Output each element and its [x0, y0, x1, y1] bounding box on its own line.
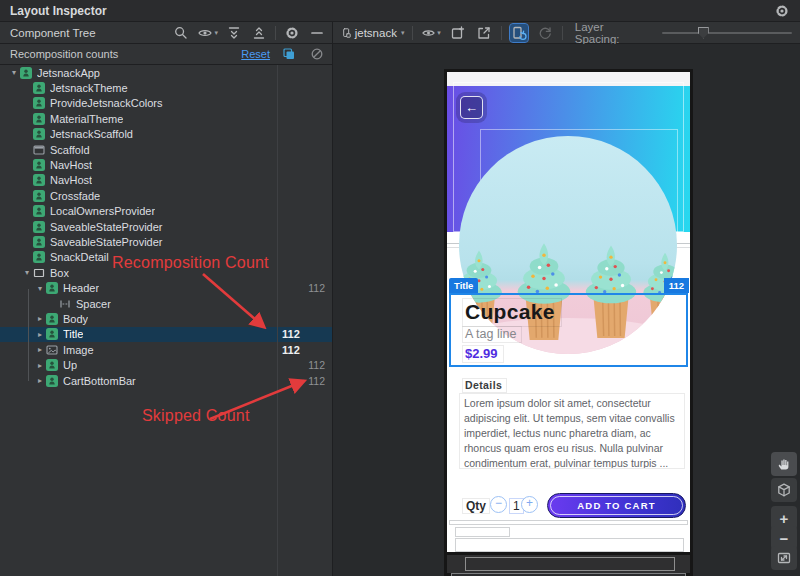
tree-node-box[interactable]: ▾Box: [0, 265, 332, 280]
tree-node-label: SnackDetail: [50, 251, 109, 263]
refresh-icon[interactable]: [536, 24, 554, 42]
tree-node-scaffold[interactable]: Scaffold: [0, 142, 332, 157]
tree-node-label: SaveableStateProvider: [50, 236, 163, 248]
tree-node-label: Box: [50, 267, 69, 279]
product-tagline: A tag line: [462, 326, 522, 343]
snapshot-icon[interactable]: [449, 24, 467, 42]
tree-node-up[interactable]: ▸Up112: [0, 357, 332, 372]
tree-node-label: MaterialTheme: [50, 113, 123, 125]
view-options-icon[interactable]: ▾: [421, 24, 441, 42]
qty-decrease-button[interactable]: −: [490, 496, 507, 513]
tree-node-saveablestateprovider[interactable]: SaveableStateProvider: [0, 234, 332, 249]
skipped-count: 112: [308, 359, 325, 371]
tree-node-label: Spacer: [76, 298, 111, 310]
add-to-cart-button[interactable]: ADD TO CART: [547, 493, 686, 518]
tree-node-materialtheme[interactable]: MaterialTheme: [0, 111, 332, 126]
chevron-right-icon[interactable]: ▸: [34, 361, 46, 370]
collapse-all-icon[interactable]: [250, 24, 268, 42]
chevron-down-icon: ▾: [401, 29, 405, 37]
image-icon: [46, 344, 59, 356]
tree-node-snackdetail[interactable]: SnackDetail: [0, 250, 332, 265]
recomposition-count: 112: [282, 344, 300, 356]
slider-handle[interactable]: [698, 27, 709, 39]
recomposition-counts-label: Recomposition counts: [10, 48, 118, 60]
chevron-down-icon[interactable]: ▾: [34, 284, 46, 293]
reset-counts-link[interactable]: Reset: [241, 48, 270, 60]
compose-icon: [33, 236, 46, 248]
chevron-down-icon[interactable]: ▾: [21, 268, 33, 277]
chevron-right-icon[interactable]: ▸: [34, 330, 46, 339]
back-button[interactable]: ←: [460, 96, 483, 119]
tree-node-navhost[interactable]: NavHost: [0, 173, 332, 188]
tree-node-providejetsnackcolors[interactable]: ProvideJetsnackColors: [0, 96, 332, 111]
slider-track[interactable]: [662, 32, 792, 34]
tree-node-saveablestateprovider[interactable]: SaveableStateProvider: [0, 219, 332, 234]
qty-increase-button[interactable]: +: [521, 496, 538, 513]
component-tree-title: Component Tree: [10, 27, 96, 39]
chevron-right-icon[interactable]: ▸: [34, 345, 46, 354]
zoom-fit-button[interactable]: [771, 546, 797, 570]
compose-icon: [33, 97, 46, 109]
tree-node-header[interactable]: ▾Header112: [0, 280, 332, 295]
tree-settings-icon[interactable]: [283, 24, 301, 42]
back-arrow-icon: ←: [465, 100, 478, 115]
tree-node-label: CartBottomBar: [63, 375, 136, 387]
chevron-right-icon[interactable]: ▸: [34, 314, 46, 323]
chevron-right-icon[interactable]: ▸: [34, 376, 46, 385]
tree-node-cartbottombar[interactable]: ▸CartBottomBar112: [0, 373, 332, 388]
compose-icon: [33, 159, 46, 171]
selected-node-badge: Title: [449, 278, 478, 293]
counts-column-divider: [277, 65, 278, 576]
compose-icon: [33, 82, 46, 94]
pan-mode-button[interactable]: [771, 452, 797, 476]
process-selector[interactable]: jetsnack ▾: [341, 24, 404, 42]
search-icon[interactable]: [172, 24, 190, 42]
live-updates-toggle[interactable]: [510, 24, 528, 42]
tree-node-spacer[interactable]: Spacer: [0, 296, 332, 311]
tree-node-label: Image: [63, 344, 94, 356]
expand-all-icon[interactable]: [225, 24, 243, 42]
recomposition-counts-bar: Recomposition counts Reset: [0, 44, 333, 65]
tree-node-localownersprovider[interactable]: LocalOwnersProvider: [0, 204, 332, 219]
3d-mode-button[interactable]: [771, 478, 797, 502]
compose-icon: [33, 174, 46, 186]
compose-icon: [33, 205, 46, 217]
tree-node-crossfade[interactable]: Crossfade: [0, 188, 332, 203]
compose-icon: [46, 282, 59, 294]
device-screen: ←: [447, 72, 690, 552]
tree-node-label: Title: [63, 328, 83, 340]
tree-node-label: NavHost: [50, 174, 92, 186]
layer-spacing-slider[interactable]: [662, 26, 792, 40]
tree-node-label: Up: [63, 359, 77, 371]
spacer-icon: [59, 298, 72, 310]
tree-node-jetsnackapp[interactable]: ▾JetsnackApp: [0, 65, 332, 80]
tree-node-jetsnacktheme[interactable]: JetsnackTheme: [0, 80, 332, 95]
device-nav-area: [447, 555, 690, 573]
compose-icon: [46, 328, 59, 340]
details-heading: Details: [462, 378, 507, 393]
settings-icon[interactable]: [774, 3, 790, 19]
selected-node-count-badge: 112: [664, 278, 689, 293]
export-icon[interactable]: [475, 24, 493, 42]
status-bar: [447, 72, 690, 86]
device-frame: ←: [444, 69, 693, 576]
chevron-down-icon[interactable]: ▾: [8, 68, 20, 77]
visibility-options-icon[interactable]: ▾: [197, 24, 218, 42]
tree-node-label: Scaffold: [50, 144, 90, 156]
highlight-counts-icon[interactable]: [280, 45, 298, 63]
tree-node-image[interactable]: ▸Image112: [0, 342, 332, 357]
tree-node-body[interactable]: ▸Body: [0, 311, 332, 326]
box-icon: [33, 267, 46, 279]
tree-node-jetsnackscaffold[interactable]: JetsnackScaffold: [0, 127, 332, 142]
tree-node-label: Crossfade: [50, 190, 100, 202]
cart-bottom-bar: Qty − 1 + ADD TO CART: [447, 492, 690, 518]
device-view-panel: ←: [334, 44, 800, 576]
hide-panel-icon[interactable]: [308, 24, 326, 42]
disable-counts-icon[interactable]: [308, 45, 326, 63]
tree-node-navhost[interactable]: NavHost: [0, 157, 332, 172]
product-price: $2.99: [462, 345, 504, 363]
tree-node-label: JetsnackApp: [37, 67, 100, 79]
component-tree-toolbar: Component Tree ▾: [0, 22, 333, 43]
tree-node-label: Body: [63, 313, 88, 325]
tree-node-title[interactable]: ▸Title112: [0, 327, 332, 342]
